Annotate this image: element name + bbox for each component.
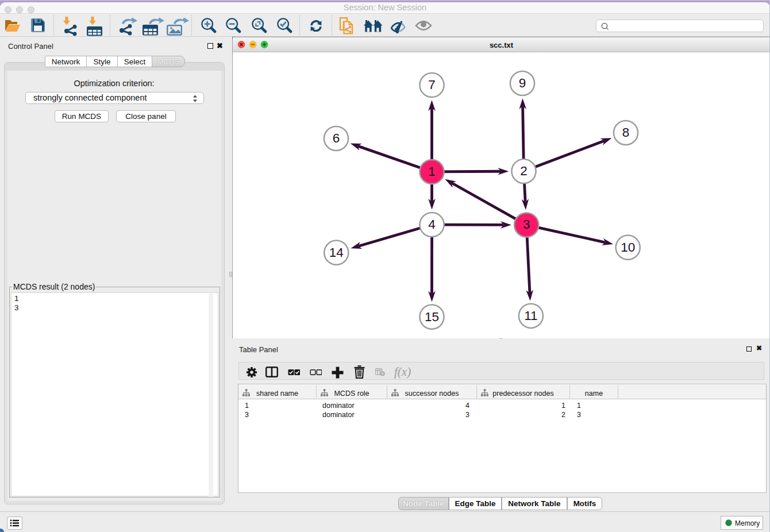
svg-text:15: 15 xyxy=(425,310,439,324)
svg-text:7: 7 xyxy=(428,78,436,92)
svg-text:11: 11 xyxy=(524,309,537,323)
svg-text:4: 4 xyxy=(428,217,436,232)
svg-text:6: 6 xyxy=(333,131,340,145)
svg-text:9: 9 xyxy=(519,76,526,90)
svg-text:2: 2 xyxy=(520,164,528,178)
svg-text:1: 1 xyxy=(428,164,436,179)
svg-text:14: 14 xyxy=(329,245,344,260)
svg-text:3: 3 xyxy=(523,217,530,232)
svg-text:8: 8 xyxy=(622,125,630,140)
svg-text:10: 10 xyxy=(621,240,635,255)
